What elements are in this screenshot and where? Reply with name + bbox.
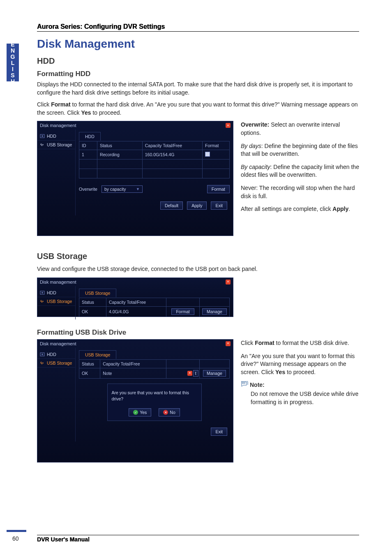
language-tab: ENGLISH xyxy=(7,44,19,81)
footer-text: DVR User's Manual xyxy=(37,536,359,543)
sidebar-item-usb[interactable]: USB Storage xyxy=(37,141,75,149)
exit-button[interactable]: Exit xyxy=(211,201,227,210)
usb-fmt-heading: Formatting USB Disk Drive xyxy=(37,328,359,337)
col-capacity: Capacity Total/Free xyxy=(100,359,166,368)
col-status: Status xyxy=(79,298,106,306)
tab-usb-storage[interactable]: USB Storage xyxy=(79,350,116,359)
hdd-p2: Click Format to format the hard disk dri… xyxy=(37,101,359,117)
hdd-icon xyxy=(40,352,45,357)
sidebar-item-label: USB Storage xyxy=(47,299,72,304)
svg-point-5 xyxy=(42,354,43,355)
footer-rule xyxy=(37,535,359,535)
col-id: ID xyxy=(79,141,97,150)
usb-screenshot: Disk management × HDD USB Storage xyxy=(37,278,233,317)
sidebar-item-label: USB Storage xyxy=(47,142,72,147)
usb-heading: USB Storage xyxy=(37,252,359,261)
sidebar-item-label: HDD xyxy=(47,290,56,295)
col-status: Status xyxy=(79,359,100,368)
usb-fmt-table: Status Capacity Total/Free OK Note xyxy=(79,359,230,379)
close-icon[interactable]: × xyxy=(226,280,231,284)
col-format: Format xyxy=(203,141,230,150)
dialog-text: Are you sure that you want to format thi… xyxy=(109,386,200,408)
footer-accent-bar xyxy=(7,530,26,532)
note-heading: Note: xyxy=(241,381,359,389)
sidebar-item-usb[interactable]: USB Storage xyxy=(37,297,75,306)
sidebar-item-hdd[interactable]: HDD xyxy=(37,132,75,141)
format-button[interactable]: Format xyxy=(171,308,194,315)
chevron-down-icon: ▼ xyxy=(136,187,140,191)
note-body: Do not remove the USB device while drive… xyxy=(251,390,359,406)
table-row: OK 4.0G/4.0G Format Manage xyxy=(79,306,230,317)
sidebar-item-label: USB Storage xyxy=(47,361,72,365)
hdd-screenshot: Disk management × HDD USB Stor xyxy=(37,121,233,236)
tab-hdd[interactable]: HDD xyxy=(79,132,101,141)
confirm-dialog: Are you sure that you want to format thi… xyxy=(107,384,202,421)
svg-point-3 xyxy=(42,292,43,294)
usb-icon xyxy=(40,361,45,365)
hdd-sub-heading: Formatting HDD xyxy=(37,70,359,78)
sidebar-item-hdd[interactable]: HDD xyxy=(37,289,75,297)
manage-button[interactable]: Manage xyxy=(202,308,227,315)
col-capacity: Capacity Total/Free xyxy=(106,298,166,306)
usb-table: Status Capacity Total/Free OK 4.0G/4.0G … xyxy=(79,298,230,317)
usb-fmt-screenshot: Disk management × HDD USB Stor xyxy=(37,339,233,462)
col-capacity: Capacity Total/Free xyxy=(142,141,202,150)
check-icon: ✓ xyxy=(133,410,138,415)
header-rule xyxy=(37,31,359,32)
close-icon[interactable]: × xyxy=(226,341,231,346)
no-button[interactable]: ✕ No xyxy=(159,408,180,416)
sidebar-item-label: HDD xyxy=(47,134,56,139)
usb-icon xyxy=(40,142,45,147)
col-status: Status xyxy=(97,141,142,150)
close-icon[interactable]: × xyxy=(226,123,231,128)
apply-button[interactable]: Apply xyxy=(187,201,207,210)
overwrite-label: Overwrite xyxy=(79,187,97,192)
default-button[interactable]: Default xyxy=(160,201,183,210)
format-button[interactable]: Format xyxy=(207,185,230,193)
hdd-icon xyxy=(40,134,45,139)
svg-point-1 xyxy=(42,135,43,137)
usb-desc: View and configure the USB storage devic… xyxy=(37,265,359,273)
dialog-close-icon[interactable]: × xyxy=(187,371,192,376)
manage-button[interactable]: Manage xyxy=(203,370,226,377)
table-row: OK Note × t xyxy=(79,368,230,378)
hdd-table: ID Status Capacity Total/Free Format 1 R… xyxy=(79,141,230,178)
sidebar-item-usb[interactable]: USB Storage xyxy=(37,359,75,368)
exit-button[interactable]: Exit xyxy=(211,428,227,436)
hdd-heading: HDD xyxy=(37,56,359,66)
yes-button[interactable]: ✓ Yes xyxy=(129,408,151,416)
sidebar-item-label: HDD xyxy=(47,352,56,357)
hdd-icon xyxy=(40,290,45,295)
sidebar-item-hdd[interactable]: HDD xyxy=(37,350,75,359)
window-title: Disk management xyxy=(40,280,76,284)
overwrite-dropdown[interactable]: by capacity ▼ xyxy=(101,185,143,193)
partial-button[interactable]: t xyxy=(193,370,198,377)
window-title: Disk management xyxy=(40,341,76,346)
page-header: Aurora Series: Configuring DVR Settings xyxy=(37,23,359,30)
x-icon: ✕ xyxy=(163,410,168,415)
format-checkbox[interactable] xyxy=(205,152,210,157)
hdd-p1: Displays the HDD connected to the intern… xyxy=(37,81,359,97)
page-title: Disk Management xyxy=(37,37,359,51)
window-title: Disk management xyxy=(40,123,76,128)
tab-usb-storage[interactable]: USB Storage xyxy=(79,289,116,297)
table-row: 1 Recording 160.0G/154.4G xyxy=(79,150,230,160)
page-number: 60 xyxy=(12,535,19,542)
usb-icon xyxy=(40,299,45,304)
note-icon xyxy=(241,381,248,389)
